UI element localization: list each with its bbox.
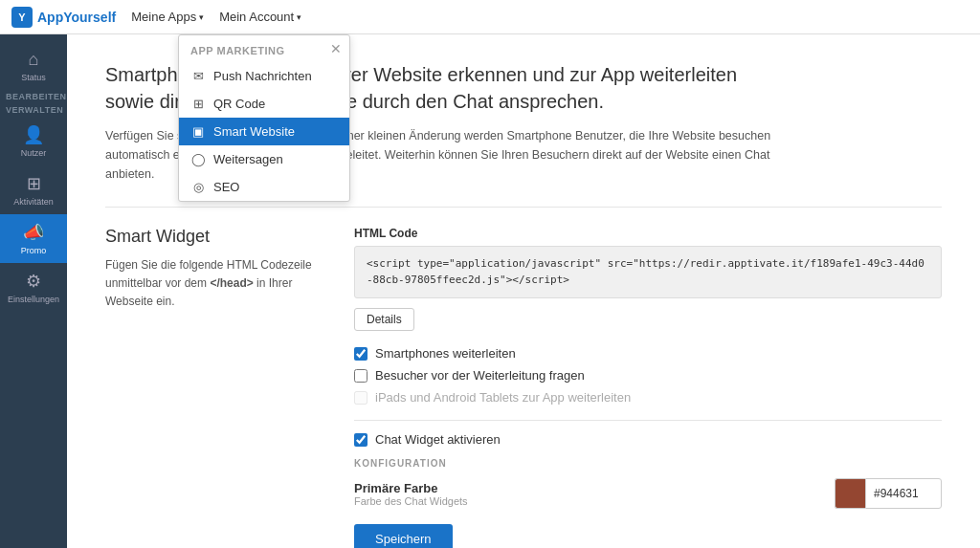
dropdown-item-smart-label: Smart Website (213, 124, 295, 139)
color-value[interactable]: #944631 (865, 478, 942, 509)
close-icon[interactable]: ✕ (330, 41, 342, 56)
sidebar-item-aktivitaeten[interactable]: ⊞ Aktivitäten (0, 165, 67, 214)
mein-account-label: Mein Account (219, 10, 294, 24)
main-layout: ⌂ Status BEARBEITEN ▾ VERWALTEN ▴ 👤 Nutz… (0, 34, 980, 548)
navbar: Y AppYourself Meine Apps ▾ Mein Account … (0, 0, 980, 34)
smart-icon: ▣ (190, 124, 206, 139)
sidebar-label-einstellungen: Einstellungen (8, 295, 59, 304)
checkbox-ipads-input (354, 391, 368, 405)
weitersagen-icon: ◯ (190, 152, 206, 166)
brand[interactable]: Y AppYourself (11, 7, 116, 28)
checkbox-besucher[interactable]: Besucher vor der Weiterleitung fragen (354, 368, 942, 383)
mein-account-nav[interactable]: Mein Account ▾ (219, 10, 301, 24)
smart-widget-title: Smart Widget (105, 227, 316, 247)
app-marketing-dropdown: ✕ APP MARKETING ✉ Push Nachrichten ⊞ QR … (178, 34, 350, 202)
dropdown-item-push[interactable]: ✉ Push Nachrichten (179, 62, 349, 90)
verwalten-label: VERWALTEN (6, 105, 63, 115)
color-swatch[interactable] (835, 478, 865, 509)
home-icon: ⌂ (29, 50, 39, 70)
bearbeiten-label: BEARBEITEN (6, 92, 67, 101)
smart-widget-section: Smart Widget Fügen Sie die folgende HTML… (105, 227, 942, 548)
save-button[interactable]: Speichern (354, 524, 453, 548)
checkbox-besucher-label: Besucher vor der Weiterleitung fragen (375, 368, 585, 383)
brand-icon: Y (11, 7, 33, 28)
checkbox-chat[interactable]: Chat Widget aktivieren (354, 432, 942, 447)
details-button[interactable]: Details (354, 308, 414, 331)
sidebar-label-aktivitaeten: Aktivitäten (13, 197, 54, 207)
dropdown-item-seo-label: SEO (213, 180, 239, 194)
html-code-label: HTML Code (354, 227, 942, 240)
dropdown-item-smart[interactable]: ▣ Smart Website (179, 118, 349, 145)
brand-label: AppYourself (37, 10, 116, 25)
checkbox-smartphones-input[interactable] (354, 347, 368, 361)
sidebar-label-promo: Promo (21, 246, 47, 255)
qr-icon: ⊞ (190, 97, 206, 111)
sidebar-label-nutzer: Nutzer (21, 148, 47, 158)
dropdown-item-seo[interactable]: ◎ SEO (179, 173, 349, 201)
checkbox-ipads-label: iPads und Android Tablets zur App weiter… (375, 390, 631, 405)
mein-account-caret: ▾ (297, 12, 301, 22)
checkbox-besucher-input[interactable] (354, 369, 368, 383)
meine-apps-nav[interactable]: Meine Apps ▾ (131, 10, 204, 24)
checkbox-smartphones-label: Smartphones weiterleiten (375, 346, 516, 361)
meine-apps-caret: ▾ (199, 12, 204, 22)
section-divider (354, 420, 942, 421)
smart-widget-desc: Fügen Sie die folgende HTML Codezeile un… (105, 256, 316, 312)
dropdown-item-qr[interactable]: ⊞ QR Code (179, 90, 349, 118)
smart-widget-description: Smart Widget Fügen Sie die folgende HTML… (105, 227, 316, 548)
dropdown-header: APP MARKETING (179, 35, 349, 62)
sidebar-label-status: Status (21, 73, 46, 82)
sidebar-item-status[interactable]: ⌂ Status (0, 42, 67, 90)
color-sublabel: Farbe des Chat Widgets (354, 495, 468, 507)
sidebar-item-einstellungen[interactable]: ⚙ Einstellungen (0, 263, 67, 312)
checkbox-chat-input[interactable] (354, 433, 368, 447)
sidebar: ⌂ Status BEARBEITEN ▾ VERWALTEN ▴ 👤 Nutz… (0, 34, 67, 548)
checkbox-group: Smartphones weiterleiten Besucher vor de… (354, 346, 942, 405)
sidebar-item-promo[interactable]: 📣 Promo (0, 214, 67, 263)
verwalten-row: VERWALTEN ▴ (0, 103, 67, 117)
checkbox-chat-label: Chat Widget aktivieren (375, 432, 501, 447)
desc-head-tag: </head> (210, 276, 253, 290)
color-label-group: Primäre Farbe Farbe des Chat Widgets (354, 481, 468, 507)
push-icon: ✉ (190, 69, 206, 83)
color-row: Primäre Farbe Farbe des Chat Widgets #94… (354, 478, 942, 509)
promo-icon: 📣 (23, 222, 44, 243)
dropdown-item-push-label: Push Nachrichten (213, 69, 312, 83)
settings-icon: ⚙ (26, 271, 41, 292)
bearbeiten-row: BEARBEITEN ▾ (0, 90, 67, 103)
dropdown-item-qr-label: QR Code (213, 97, 265, 111)
user-icon: 👤 (23, 124, 44, 145)
dropdown-item-weitersagen-label: Weitersagen (213, 152, 283, 166)
code-box[interactable]: <script type="application/javascript" sr… (354, 246, 942, 298)
checkbox-ipads[interactable]: iPads und Android Tablets zur App weiter… (354, 390, 942, 405)
color-input-group: #944631 (835, 478, 942, 509)
color-label: Primäre Farbe (354, 481, 468, 495)
smart-widget-controls: HTML Code <script type="application/java… (354, 227, 942, 548)
sidebar-item-nutzer[interactable]: 👤 Nutzer (0, 117, 67, 165)
seo-icon: ◎ (190, 180, 206, 194)
grid-icon: ⊞ (27, 173, 41, 194)
dropdown-item-weitersagen[interactable]: ◯ Weitersagen (179, 145, 349, 173)
konfiguration-label: KONFIGURATION (354, 458, 942, 469)
checkbox-smartphones[interactable]: Smartphones weiterleiten (354, 346, 942, 361)
meine-apps-label: Meine Apps (131, 10, 196, 24)
divider-1 (105, 207, 942, 208)
